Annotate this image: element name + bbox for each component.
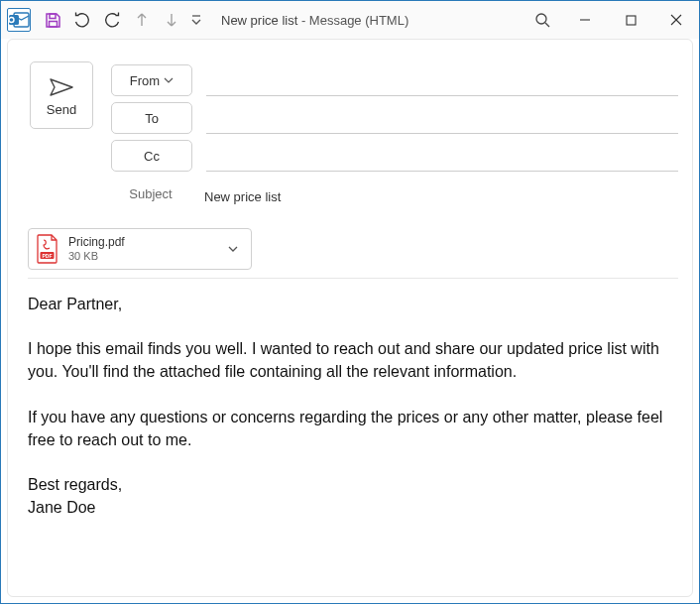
to-button[interactable]: To (111, 102, 192, 134)
subject-value: New price list (204, 189, 281, 208)
window-title: New price list - Message (HTML) (221, 13, 408, 28)
title-subject: New price list (221, 13, 297, 28)
svg-rect-2 (50, 14, 56, 19)
to-field[interactable] (206, 103, 678, 134)
body-paragraph: If you have any questions or concerns re… (28, 406, 676, 451)
subject-label: Subject (111, 179, 190, 208)
save-button[interactable] (39, 6, 66, 34)
send-icon (50, 78, 73, 96)
cc-row: Cc (111, 137, 678, 175)
from-row: From (111, 61, 678, 99)
attachment-info: Pricing.pdf 30 KB (68, 235, 125, 264)
message-compose-area: Send From To Cc (7, 39, 693, 597)
attachment-size: 30 KB (68, 250, 125, 264)
send-button[interactable]: Send (30, 61, 93, 129)
search-button[interactable] (523, 1, 562, 39)
svg-line-6 (545, 23, 549, 27)
prev-item-button[interactable] (128, 6, 156, 34)
customize-qat-button[interactable] (187, 6, 205, 34)
undo-button[interactable] (68, 6, 96, 34)
title-bar: New price list - Message (HTML) (1, 1, 699, 39)
svg-rect-8 (627, 16, 636, 25)
pdf-icon: PDF (35, 233, 60, 265)
svg-rect-3 (49, 21, 57, 27)
chevron-down-icon (227, 245, 239, 253)
maximize-button[interactable] (608, 1, 653, 39)
attachment-menu-button[interactable] (223, 229, 243, 269)
body-paragraph: Dear Partner, (28, 293, 676, 315)
redo-button[interactable] (98, 6, 126, 34)
to-label: To (145, 111, 159, 126)
cc-button[interactable]: Cc (111, 140, 192, 172)
svg-point-5 (536, 14, 546, 24)
chevron-down-icon (164, 77, 174, 83)
svg-text:PDF: PDF (43, 253, 53, 259)
message-header: Send From To Cc (8, 40, 692, 214)
attachment-item[interactable]: PDF Pricing.pdf 30 KB (28, 228, 252, 270)
title-suffix: - Message (HTML) (297, 13, 408, 28)
minimize-button[interactable] (562, 1, 608, 39)
cc-label: Cc (144, 149, 160, 164)
from-label: From (130, 73, 160, 88)
body-paragraph: Jane Doe (28, 496, 676, 519)
attachments-area: PDF Pricing.pdf 30 KB (8, 214, 692, 278)
message-body[interactable]: Dear Partner, I hope this email finds yo… (8, 279, 692, 519)
next-item-button[interactable] (158, 6, 185, 34)
from-button[interactable]: From (111, 64, 192, 96)
app-icon (7, 8, 31, 32)
subject-field[interactable]: New price list (204, 179, 678, 208)
cc-field[interactable] (206, 141, 678, 172)
from-field[interactable] (206, 65, 678, 96)
body-paragraph: I hope this email finds you well. I want… (28, 337, 676, 383)
attachment-name: Pricing.pdf (68, 235, 125, 250)
subject-row: Subject New price list (111, 175, 678, 212)
close-button[interactable] (653, 1, 699, 39)
to-row: To (111, 99, 678, 137)
send-label: Send (47, 102, 76, 117)
quick-access-toolbar (7, 6, 205, 34)
body-paragraph: Best regards, (28, 473, 676, 496)
